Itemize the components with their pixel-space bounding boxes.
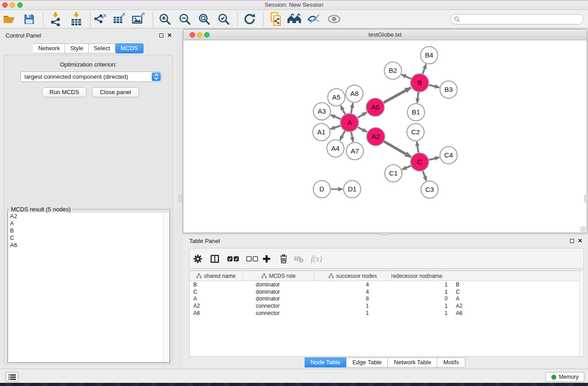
table-row[interactable]: A2 connector 1 1 A2 [190,302,583,310]
save-icon[interactable] [21,11,37,27]
mcds-result-item[interactable]: A2 [8,213,169,220]
graph-edge[interactable] [341,106,345,114]
cell-predecessor-nodes[interactable]: 1 [374,281,451,288]
close-panel-icon[interactable]: ✕ [167,33,172,38]
column-header[interactable]: successor nodes [315,271,392,281]
graph-edge[interactable] [351,103,353,114]
column-visibility-icon[interactable] [207,248,222,269]
search-input[interactable] [462,16,583,23]
cell-name[interactable]: C [451,289,488,295]
table-scrollbar[interactable] [579,271,583,356]
criterion-dropdown[interactable]: largest connected component (directed) [20,71,162,82]
table-tab[interactable]: Motifs [437,357,465,367]
splitter-handle[interactable] [179,195,182,202]
cell-mcds-role[interactable]: dominator [249,281,303,288]
add-column-icon[interactable] [259,248,274,269]
graph-edge[interactable] [423,64,426,74]
cell-successor-nodes[interactable]: 4 [303,281,374,288]
graph-edge[interactable] [330,126,340,129]
zoom-in-icon[interactable] [157,11,172,27]
table-row[interactable]: B dominator 4 1 B [190,281,583,288]
splitter-handle[interactable] [381,232,388,235]
graph-edge[interactable] [429,85,439,87]
cell-shared-name[interactable]: A2 [190,303,249,309]
search-field[interactable] [450,14,583,24]
cell-name[interactable]: A2 [451,303,488,309]
memory-button[interactable]: Memory [545,372,584,382]
network-graph[interactable]: AA1A2A3A4A5A6A7A8BB1B2B3B4CC1C2C3C4DD1 [183,40,587,233]
graph-edge[interactable] [384,141,411,157]
graph-edge[interactable] [351,132,353,142]
cell-predecessor-nodes[interactable]: 1 [374,303,451,309]
mcds-result-item[interactable]: C [8,234,169,242]
settings-gear-icon[interactable] [190,248,206,269]
import-table-icon[interactable] [68,11,84,27]
control-panel-tab[interactable]: Style [65,43,89,53]
graph-edge[interactable] [429,157,439,160]
cell-predecessor-nodes[interactable]: 1 [374,310,451,316]
float-panel-icon[interactable] [158,33,164,38]
delete-table-icon[interactable] [291,248,306,269]
column-header[interactable]: name [429,271,443,281]
close-panel-button[interactable]: Close panel [92,87,139,97]
home-icon[interactable] [287,11,302,27]
mcds-result-item[interactable]: B [8,227,169,234]
export-table-icon[interactable] [112,11,127,27]
zoom-selected-icon[interactable] [216,11,231,27]
splitter-handle[interactable] [584,195,588,202]
mcds-result-list[interactable]: A2 A B C A6 [8,213,170,362]
table-row[interactable]: A dominator 8 0 A [190,295,583,303]
select-all-columns-icon[interactable] [225,248,241,269]
mcds-result-item[interactable]: A [8,220,169,227]
run-mcds-button[interactable]: Run MCDS [42,87,86,97]
control-panel-tab[interactable]: Network [33,43,65,53]
cell-shared-name[interactable]: B [190,281,249,288]
graph-edge[interactable] [383,88,411,103]
network-window-titlebar[interactable]: testGlobe.txt [183,29,587,40]
column-header[interactable]: MCDS role [243,271,315,281]
table-row[interactable]: C dominator 4 1 C [190,288,583,295]
cell-mcds-role[interactable]: connector [249,303,303,309]
window-resize-grip[interactable] [580,226,586,232]
zoom-out-icon[interactable] [177,11,192,27]
graph-edge[interactable] [423,171,426,181]
control-panel-tab[interactable]: Select [89,43,115,53]
graph-edge[interactable] [330,115,340,119]
unselect-all-columns-icon[interactable] [244,248,260,269]
cell-name[interactable]: A [451,295,488,302]
document-share-icon[interactable] [268,11,284,27]
graph-edge[interactable] [340,131,345,140]
cell-shared-name[interactable]: A [190,295,249,302]
cell-shared-name[interactable]: A6 [190,310,249,316]
graph-edge[interactable] [358,112,367,118]
cell-predecessor-nodes[interactable]: 0 [374,295,451,302]
cell-mcds-role[interactable]: dominator [249,295,303,302]
table-tab[interactable]: Edge Table [346,357,388,367]
control-panel-tab[interactable]: MCDS [115,43,143,53]
eye-icon[interactable] [326,11,342,27]
mcds-result-item[interactable]: A6 [8,242,169,249]
import-network-icon[interactable] [48,11,63,27]
cell-successor-nodes[interactable]: 1 [303,303,374,309]
table-tab[interactable]: Network Table [388,357,437,367]
function-builder-icon[interactable]: f(x) [309,248,324,269]
network-canvas[interactable]: AA1A2A3A4A5A6A7A8BB1B2B3B4CC1C2C3C4DD1 [183,40,587,233]
task-history-button[interactable] [5,372,19,382]
cell-successor-nodes[interactable]: 4 [303,289,374,295]
close-table-panel-icon[interactable]: ✕ [577,238,583,244]
graph-edge[interactable] [402,166,411,169]
table-row[interactable]: A6 connector 1 1 A6 [190,310,583,317]
export-network-icon[interactable] [93,11,108,27]
float-table-panel-icon[interactable] [569,238,575,244]
cell-name[interactable]: B [451,281,488,288]
table-tab[interactable]: Node Table [305,357,347,367]
zoom-fit-icon[interactable] [196,11,212,27]
delete-column-icon[interactable] [276,248,291,269]
cell-successor-nodes[interactable]: 1 [303,310,374,316]
cell-successor-nodes[interactable]: 8 [303,295,374,302]
graphics-details-icon[interactable] [306,11,321,27]
refresh-icon[interactable] [242,11,257,27]
column-header[interactable]: predecessor nodes [392,271,429,281]
column-header[interactable]: shared name [190,271,243,281]
cell-shared-name[interactable]: C [190,289,249,295]
